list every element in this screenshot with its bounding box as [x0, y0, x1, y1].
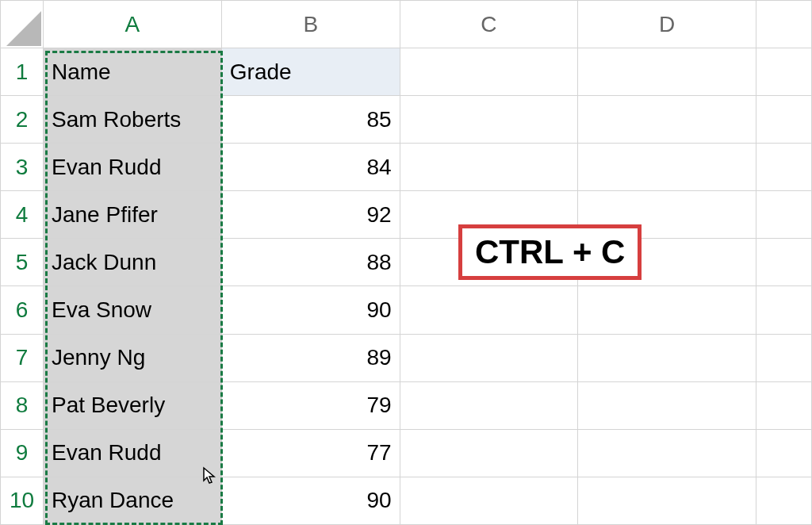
cell-a4[interactable]: Jane Pfifer [43, 191, 221, 239]
cell-a8[interactable]: Pat Beverly [43, 381, 221, 429]
column-header-c[interactable]: C [400, 1, 578, 48]
cell-d6[interactable] [578, 286, 756, 334]
cell-a3[interactable]: Evan Rudd [43, 144, 221, 191]
cell-e3[interactable] [756, 144, 812, 191]
row-header-3[interactable]: 3 [1, 144, 44, 191]
cell-a9[interactable]: Evan Rudd [43, 429, 221, 477]
row-header-7[interactable]: 7 [1, 334, 44, 381]
row-header-1[interactable]: 1 [1, 48, 44, 96]
row-header-6[interactable]: 6 [1, 286, 44, 334]
cell-d3[interactable] [578, 144, 756, 191]
cell-b5[interactable]: 88 [221, 239, 400, 286]
corner-triangle-icon [6, 11, 41, 46]
cell-e1[interactable] [756, 48, 812, 96]
cell-c2[interactable] [400, 96, 578, 144]
cell-e10[interactable] [756, 477, 812, 524]
cell-e8[interactable] [756, 381, 812, 429]
cell-b10[interactable]: 90 [221, 477, 400, 524]
cell-b2[interactable]: 85 [221, 96, 400, 144]
cell-c8[interactable] [400, 381, 578, 429]
cell-b3[interactable]: 84 [221, 144, 400, 191]
row-header-8[interactable]: 8 [1, 381, 44, 429]
column-header-a[interactable]: A [43, 1, 221, 48]
column-header-d[interactable]: D [578, 1, 756, 48]
row-header-4[interactable]: 4 [1, 191, 44, 239]
cell-c10[interactable] [400, 477, 578, 524]
select-all-corner[interactable] [1, 1, 44, 48]
cell-e2[interactable] [756, 96, 812, 144]
row-header-9[interactable]: 9 [1, 429, 44, 477]
cell-d7[interactable] [578, 334, 756, 381]
cell-b8[interactable]: 79 [221, 381, 400, 429]
cell-b7[interactable]: 89 [221, 334, 400, 381]
cell-c3[interactable] [400, 144, 578, 191]
cell-b4[interactable]: 92 [221, 191, 400, 239]
cell-c1[interactable] [400, 48, 578, 96]
cell-a5[interactable]: Jack Dunn [43, 239, 221, 286]
spreadsheet-grid[interactable]: A B C D 1 Name Grade 2 Sam Roberts 85 3 … [0, 0, 812, 525]
cell-a6[interactable]: Eva Snow [43, 286, 221, 334]
cell-a1[interactable]: Name [43, 48, 221, 96]
row-header-2[interactable]: 2 [1, 96, 44, 144]
cell-b9[interactable]: 77 [221, 429, 400, 477]
cell-d8[interactable] [578, 381, 756, 429]
cell-a2[interactable]: Sam Roberts [43, 96, 221, 144]
cell-c9[interactable] [400, 429, 578, 477]
row-header-10[interactable]: 10 [1, 477, 44, 524]
cell-d9[interactable] [578, 429, 756, 477]
cell-c7[interactable] [400, 334, 578, 381]
cell-a10[interactable]: Ryan Dance [43, 477, 221, 524]
cell-e7[interactable] [756, 334, 812, 381]
cell-d10[interactable] [578, 477, 756, 524]
cell-d2[interactable] [578, 96, 756, 144]
column-header-e[interactable] [756, 1, 812, 48]
cell-e4[interactable] [756, 191, 812, 239]
row-header-5[interactable]: 5 [1, 239, 44, 286]
column-header-b[interactable]: B [221, 1, 400, 48]
cell-e9[interactable] [756, 429, 812, 477]
cell-e5[interactable] [756, 239, 812, 286]
keyboard-shortcut-annotation: CTRL + C [458, 224, 642, 280]
cell-e6[interactable] [756, 286, 812, 334]
cell-b1[interactable]: Grade [221, 48, 400, 96]
cell-d1[interactable] [578, 48, 756, 96]
cell-a7[interactable]: Jenny Ng [43, 334, 221, 381]
cell-b6[interactable]: 90 [221, 286, 400, 334]
cell-c6[interactable] [400, 286, 578, 334]
